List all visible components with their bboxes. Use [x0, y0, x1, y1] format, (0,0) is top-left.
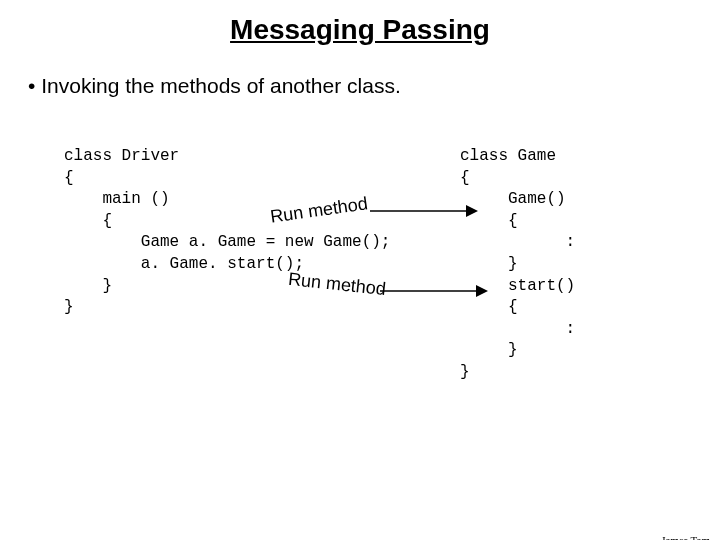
svg-marker-3: [476, 285, 488, 297]
bullet-1: Invoking the methods of another class.: [28, 74, 720, 98]
footer-author: James Tam: [661, 534, 710, 540]
code-game: class Game { Game() { : } start() { : } …: [460, 146, 575, 384]
svg-marker-1: [466, 205, 478, 217]
arrow-right-icon: [380, 278, 490, 304]
arrow-right-icon: [370, 198, 480, 224]
slide: Messaging Passing Invoking the methods o…: [0, 14, 720, 540]
code-area: class Driver { main () { Game a. Game = …: [0, 146, 720, 446]
page-title: Messaging Passing: [0, 14, 720, 46]
